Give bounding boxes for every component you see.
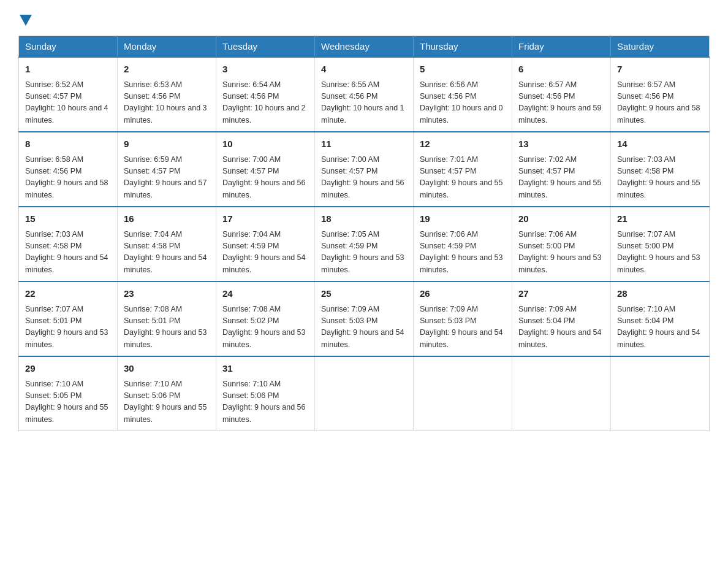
day-of-week-header: Sunday	[19, 36, 118, 58]
day-number: 21	[617, 212, 703, 226]
day-number: 23	[124, 287, 210, 301]
calendar-day-cell: 11 Sunrise: 7:00 AM Sunset: 4:57 PM Dayl…	[315, 132, 414, 207]
day-number: 14	[617, 137, 703, 151]
day-info: Sunrise: 7:06 AM Sunset: 4:59 PM Dayligh…	[420, 229, 506, 277]
day-number: 6	[518, 63, 604, 77]
calendar-day-cell: 12 Sunrise: 7:01 AM Sunset: 4:57 PM Dayl…	[414, 132, 512, 207]
day-info: Sunrise: 7:10 AM Sunset: 5:05 PM Dayligh…	[25, 378, 111, 426]
calendar-day-cell: 29 Sunrise: 7:10 AM Sunset: 5:05 PM Dayl…	[19, 356, 118, 431]
day-info: Sunrise: 6:56 AM Sunset: 4:56 PM Dayligh…	[420, 79, 506, 127]
calendar-day-cell	[611, 356, 710, 431]
calendar-day-cell: 13 Sunrise: 7:02 AM Sunset: 4:57 PM Dayl…	[512, 132, 611, 207]
day-number: 25	[321, 287, 407, 301]
calendar-day-cell: 18 Sunrise: 7:05 AM Sunset: 4:59 PM Dayl…	[315, 207, 414, 282]
day-number: 10	[222, 137, 308, 151]
days-of-week-row: SundayMondayTuesdayWednesdayThursdayFrid…	[19, 36, 710, 58]
day-number: 29	[25, 362, 111, 376]
calendar-week-row: 8 Sunrise: 6:58 AM Sunset: 4:56 PM Dayli…	[19, 132, 710, 207]
day-info: Sunrise: 7:03 AM Sunset: 4:58 PM Dayligh…	[617, 154, 703, 202]
day-info: Sunrise: 7:08 AM Sunset: 5:01 PM Dayligh…	[124, 304, 210, 351]
day-number: 1	[25, 63, 111, 77]
calendar-day-cell: 23 Sunrise: 7:08 AM Sunset: 5:01 PM Dayl…	[118, 282, 216, 356]
day-info: Sunrise: 6:57 AM Sunset: 4:56 PM Dayligh…	[617, 79, 703, 127]
day-of-week-header: Friday	[512, 36, 611, 58]
calendar-week-row: 1 Sunrise: 6:52 AM Sunset: 4:57 PM Dayli…	[19, 57, 710, 132]
day-info: Sunrise: 7:00 AM Sunset: 4:57 PM Dayligh…	[222, 154, 308, 202]
day-number: 19	[420, 212, 506, 226]
calendar-day-cell: 4 Sunrise: 6:55 AM Sunset: 4:56 PM Dayli…	[315, 57, 414, 132]
day-info: Sunrise: 6:58 AM Sunset: 4:56 PM Dayligh…	[25, 154, 111, 202]
day-number: 8	[25, 137, 111, 151]
calendar-day-cell: 16 Sunrise: 7:04 AM Sunset: 4:58 PM Dayl…	[118, 207, 216, 282]
day-of-week-header: Thursday	[414, 36, 512, 58]
day-info: Sunrise: 6:52 AM Sunset: 4:57 PM Dayligh…	[25, 79, 111, 127]
calendar-day-cell: 22 Sunrise: 7:07 AM Sunset: 5:01 PM Dayl…	[19, 282, 118, 356]
calendar-day-cell: 28 Sunrise: 7:10 AM Sunset: 5:04 PM Dayl…	[611, 282, 710, 356]
day-number: 26	[420, 287, 506, 301]
day-of-week-header: Monday	[118, 36, 216, 58]
calendar-week-row: 29 Sunrise: 7:10 AM Sunset: 5:05 PM Dayl…	[19, 356, 710, 431]
calendar-day-cell: 6 Sunrise: 6:57 AM Sunset: 4:56 PM Dayli…	[512, 57, 611, 132]
day-info: Sunrise: 7:08 AM Sunset: 5:02 PM Dayligh…	[222, 304, 308, 351]
calendar-day-cell	[315, 356, 414, 431]
calendar-day-cell: 19 Sunrise: 7:06 AM Sunset: 4:59 PM Dayl…	[414, 207, 512, 282]
day-info: Sunrise: 7:09 AM Sunset: 5:03 PM Dayligh…	[321, 304, 407, 351]
day-info: Sunrise: 7:05 AM Sunset: 4:59 PM Dayligh…	[321, 229, 407, 277]
day-number: 30	[124, 362, 210, 376]
calendar-day-cell	[512, 356, 611, 431]
day-number: 27	[518, 287, 604, 301]
day-info: Sunrise: 7:06 AM Sunset: 5:00 PM Dayligh…	[518, 229, 604, 277]
calendar-day-cell: 21 Sunrise: 7:07 AM Sunset: 5:00 PM Dayl…	[611, 207, 710, 282]
calendar-table: SundayMondayTuesdayWednesdayThursdayFrid…	[18, 36, 710, 431]
calendar-day-cell: 25 Sunrise: 7:09 AM Sunset: 5:03 PM Dayl…	[315, 282, 414, 356]
calendar-week-row: 15 Sunrise: 7:03 AM Sunset: 4:58 PM Dayl…	[19, 207, 710, 282]
day-number: 3	[222, 63, 308, 77]
day-number: 12	[420, 137, 506, 151]
day-number: 11	[321, 137, 407, 151]
day-info: Sunrise: 7:10 AM Sunset: 5:06 PM Dayligh…	[124, 378, 210, 426]
calendar-day-cell: 30 Sunrise: 7:10 AM Sunset: 5:06 PM Dayl…	[118, 356, 216, 431]
day-info: Sunrise: 6:54 AM Sunset: 4:56 PM Dayligh…	[222, 79, 308, 127]
day-number: 7	[617, 63, 703, 77]
calendar-day-cell: 9 Sunrise: 6:59 AM Sunset: 4:57 PM Dayli…	[118, 132, 216, 207]
day-info: Sunrise: 7:09 AM Sunset: 5:04 PM Dayligh…	[518, 304, 604, 351]
calendar-day-cell: 27 Sunrise: 7:09 AM Sunset: 5:04 PM Dayl…	[512, 282, 611, 356]
day-number: 9	[124, 137, 210, 151]
day-number: 2	[124, 63, 210, 77]
day-info: Sunrise: 6:59 AM Sunset: 4:57 PM Dayligh…	[124, 154, 210, 202]
day-info: Sunrise: 6:55 AM Sunset: 4:56 PM Dayligh…	[321, 79, 407, 127]
day-number: 28	[617, 287, 703, 301]
calendar-body: 1 Sunrise: 6:52 AM Sunset: 4:57 PM Dayli…	[19, 57, 710, 431]
day-info: Sunrise: 7:01 AM Sunset: 4:57 PM Dayligh…	[420, 154, 506, 202]
day-info: Sunrise: 7:07 AM Sunset: 5:00 PM Dayligh…	[617, 229, 703, 277]
day-info: Sunrise: 7:09 AM Sunset: 5:03 PM Dayligh…	[420, 304, 506, 351]
day-info: Sunrise: 7:02 AM Sunset: 4:57 PM Dayligh…	[518, 154, 604, 202]
day-number: 18	[321, 212, 407, 226]
logo-triangle-icon	[20, 15, 32, 26]
day-number: 5	[420, 63, 506, 77]
day-number: 4	[321, 63, 407, 77]
calendar-day-cell	[414, 356, 512, 431]
day-info: Sunrise: 7:03 AM Sunset: 4:58 PM Dayligh…	[25, 229, 111, 277]
day-number: 31	[222, 362, 308, 376]
calendar-day-cell: 1 Sunrise: 6:52 AM Sunset: 4:57 PM Dayli…	[19, 57, 118, 132]
calendar-day-cell: 3 Sunrise: 6:54 AM Sunset: 4:56 PM Dayli…	[216, 57, 315, 132]
day-info: Sunrise: 6:57 AM Sunset: 4:56 PM Dayligh…	[518, 79, 604, 127]
calendar-day-cell: 26 Sunrise: 7:09 AM Sunset: 5:03 PM Dayl…	[414, 282, 512, 356]
calendar-week-row: 22 Sunrise: 7:07 AM Sunset: 5:01 PM Dayl…	[19, 282, 710, 356]
day-info: Sunrise: 7:10 AM Sunset: 5:06 PM Dayligh…	[222, 378, 308, 426]
calendar-day-cell: 2 Sunrise: 6:53 AM Sunset: 4:56 PM Dayli…	[118, 57, 216, 132]
day-of-week-header: Saturday	[611, 36, 710, 58]
calendar-day-cell: 24 Sunrise: 7:08 AM Sunset: 5:02 PM Dayl…	[216, 282, 315, 356]
calendar-day-cell: 10 Sunrise: 7:00 AM Sunset: 4:57 PM Dayl…	[216, 132, 315, 207]
calendar-day-cell: 8 Sunrise: 6:58 AM Sunset: 4:56 PM Dayli…	[19, 132, 118, 207]
calendar-header: SundayMondayTuesdayWednesdayThursdayFrid…	[19, 36, 710, 58]
calendar-day-cell: 7 Sunrise: 6:57 AM Sunset: 4:56 PM Dayli…	[611, 57, 710, 132]
day-of-week-header: Tuesday	[216, 36, 315, 58]
calendar-day-cell: 5 Sunrise: 6:56 AM Sunset: 4:56 PM Dayli…	[414, 57, 512, 132]
day-info: Sunrise: 7:04 AM Sunset: 4:59 PM Dayligh…	[222, 229, 308, 277]
day-info: Sunrise: 7:07 AM Sunset: 5:01 PM Dayligh…	[25, 304, 111, 351]
calendar-day-cell: 14 Sunrise: 7:03 AM Sunset: 4:58 PM Dayl…	[611, 132, 710, 207]
page-header	[18, 12, 710, 25]
calendar-day-cell: 15 Sunrise: 7:03 AM Sunset: 4:58 PM Dayl…	[19, 207, 118, 282]
